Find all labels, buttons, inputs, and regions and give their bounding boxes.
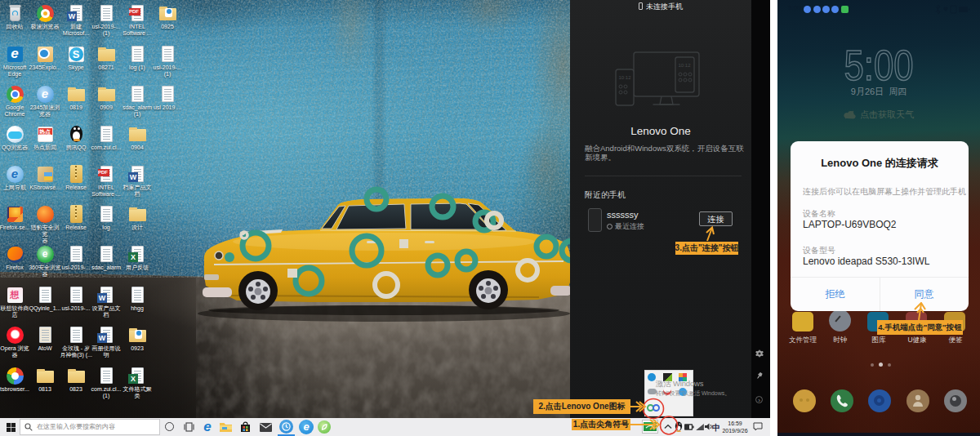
svg-text:10:12: 10:12 [678, 63, 691, 68]
svg-text:10:12: 10:12 [618, 75, 631, 80]
